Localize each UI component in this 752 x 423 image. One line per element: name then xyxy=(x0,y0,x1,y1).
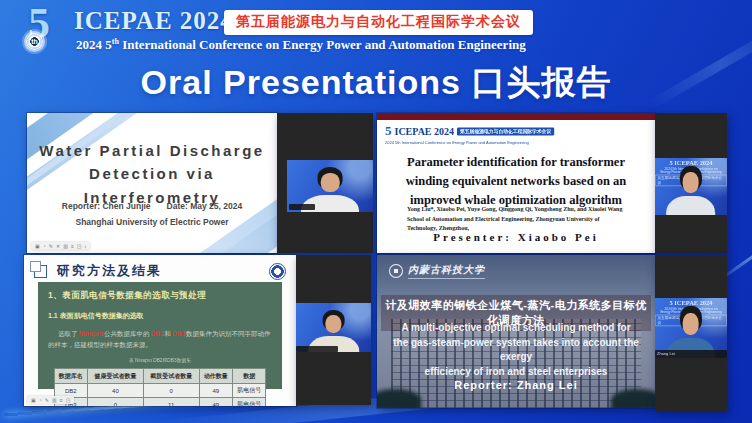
icepae-mini-logo: 5 xyxy=(385,123,392,139)
webcam-presenter-2: 5 ICEPAE 2024 2024 5th International Con… xyxy=(655,158,727,215)
slide-title: Water Partial DischargeDetection via Int… xyxy=(27,139,277,209)
section-1-heading: 1、表面肌电信号数据集的选取与预处理 xyxy=(48,290,272,302)
icepae-logo-th-globe-icon: th xyxy=(26,33,43,50)
section-1-1-heading: 1.1 表面肌电信号数据集的选取 xyxy=(48,311,272,321)
content-panel: 1、表面肌电信号数据集的选取与预处理 1.1 表面肌电信号数据集的选取 选取了N… xyxy=(38,282,282,389)
toolbar-icon[interactable]: ◔ xyxy=(43,243,46,249)
toolbar-icon[interactable]: ▣ xyxy=(35,243,40,249)
university-logo-block: 内蒙古科技大学 xyxy=(389,263,485,279)
slide-affiliation: Shanghai University of Electric Power xyxy=(27,217,277,227)
participant-name-tag xyxy=(296,346,338,352)
toolbar-icon[interactable]: ◳ xyxy=(66,397,71,403)
toolbar-icon[interactable]: ▥ xyxy=(63,243,68,249)
conference-banner: 5 th ICEPAE 2024 第五届能源电力与自动化工程国际学术会议 202… xyxy=(0,0,752,56)
section-title: 研究方法及结果 xyxy=(57,262,162,280)
toolbar-icon[interactable]: ✎ xyxy=(49,243,53,249)
university-name-cn: 内蒙古科技大学 xyxy=(408,263,485,279)
toolbar-icon[interactable]: ‹ xyxy=(85,243,87,249)
table-row: DB2 40 0 49 肌电信号 xyxy=(54,384,266,398)
video-sidebar-q4: 5 ICEPAE 2024 2024 5th International Con… xyxy=(655,255,727,412)
school-seal-icon xyxy=(269,263,286,280)
university-seal-icon xyxy=(389,264,403,278)
slide-reporter-line: Reporter: Chen JunjieDate: May 25, 2024 xyxy=(27,201,277,211)
page-canvas: 5 th ICEPAE 2024 第五届能源电力与自动化工程国际学术会议 202… xyxy=(0,0,752,423)
slide-title-en: A multi-objective optimal scheduling met… xyxy=(383,321,649,379)
slide-multi-objective-scheduling: 内蒙古科技大学 计及㶲效率的钢铁企业煤气-蒸汽-电力系统多目标优化调度方法 A … xyxy=(377,255,655,408)
toolbar-icon[interactable]: ✕ xyxy=(56,243,60,249)
slide-parameter-identification: 5 ICEPAE 2024 第五届能源电力与自动化工程国际学术会议 2024 5… xyxy=(377,113,655,253)
page-title: Oral Presentations 口头报告 xyxy=(0,60,752,106)
participant-name-tag: Zhang Lei xyxy=(655,350,727,358)
presenter-toolbar: ▣ ◔ ✎ ✕ ▥ ≡ ◳ ‹ xyxy=(31,242,90,250)
toolbar-icon[interactable]: ◳ xyxy=(77,243,82,249)
participant-name-tag xyxy=(289,204,315,210)
presenter-line: Presenter: Xiaobo Pei xyxy=(377,231,655,243)
body-paragraph: 选取了Ninapro公共数据库中的DB2和DB3数据集作为识别不同手部动作的样本… xyxy=(48,328,272,350)
toolbar-icon[interactable]: ◔ xyxy=(39,397,42,403)
conference-badge-cn: 第五届能源电力与自动化工程国际学术会议 xyxy=(224,10,533,35)
presenter-figure xyxy=(669,166,714,215)
slide-research-methods: 研究方法及结果 1、表面肌电信号数据集的选取与预处理 1.1 表面肌电信号数据集… xyxy=(24,255,296,406)
reporter-line: Reporter: Zhang Lei xyxy=(377,379,655,391)
slide-water-partial-discharge: Water Partial DischargeDetection via Int… xyxy=(27,113,277,253)
section-squares-icon xyxy=(34,265,47,278)
video-sidebar-q3: 5 ICEPAE 2024 2024 5th International Con… xyxy=(296,255,371,405)
slide-header: 研究方法及结果 xyxy=(34,262,286,280)
conference-subtitle-en: 2024 5th International Conference on Ene… xyxy=(76,37,526,53)
toolbar-icon[interactable]: ≡ xyxy=(71,243,74,249)
toolbar-icon[interactable]: ▥ xyxy=(52,397,57,403)
table-caption: 表 Ninapro DB2和DB3数据集 xyxy=(93,357,227,364)
toolbar-icon[interactable]: ▣ xyxy=(31,397,36,403)
table-row: DB3 0 11 49 肌电信号 xyxy=(54,398,266,406)
toolbar-icon[interactable]: ✎ xyxy=(45,397,49,403)
mini-subtitle: 2024 5th International Conference on Ene… xyxy=(385,140,529,145)
mini-badge-cn: 第五届能源电力与自动化工程国际学术会议 xyxy=(457,127,554,135)
webcam-presenter-4: 5 ICEPAE 2024 2024 5th International Con… xyxy=(655,298,727,358)
video-sidebar-q2: 5 ICEPAE 2024 2024 5th International Con… xyxy=(655,113,727,253)
webcam-presenter-3: 5 ICEPAE 2024 2024 5th International Con… xyxy=(296,303,371,352)
conference-brand: ICEPAE 2024 xyxy=(74,7,234,35)
webcam-presenter-1: 5 ICEPAE 2024 2024 5th International Con… xyxy=(287,160,373,212)
maroon-top-bar xyxy=(377,113,655,120)
slide-title: Parameter identification for transformer… xyxy=(391,153,641,209)
video-sidebar-q1: 5 ICEPAE 2024 2024 5th International Con… xyxy=(277,113,373,253)
toolbar-icon[interactable]: ≡ xyxy=(60,397,63,403)
table-header-row: 数据库名 健康受试者数量 截肢受试者数量 动作数量 数据 xyxy=(54,369,266,384)
presenter-toolbar: ▣ ◔ ✎ ▥ ≡ ◳ xyxy=(27,396,74,404)
slide-authors: Yong Liu*, Xiaobo Pei, Yuye Gong, Qinggo… xyxy=(407,205,629,234)
dataset-table: 数据库名 健康受试者数量 截肢受试者数量 动作数量 数据 DB2 40 0 49… xyxy=(54,368,267,406)
